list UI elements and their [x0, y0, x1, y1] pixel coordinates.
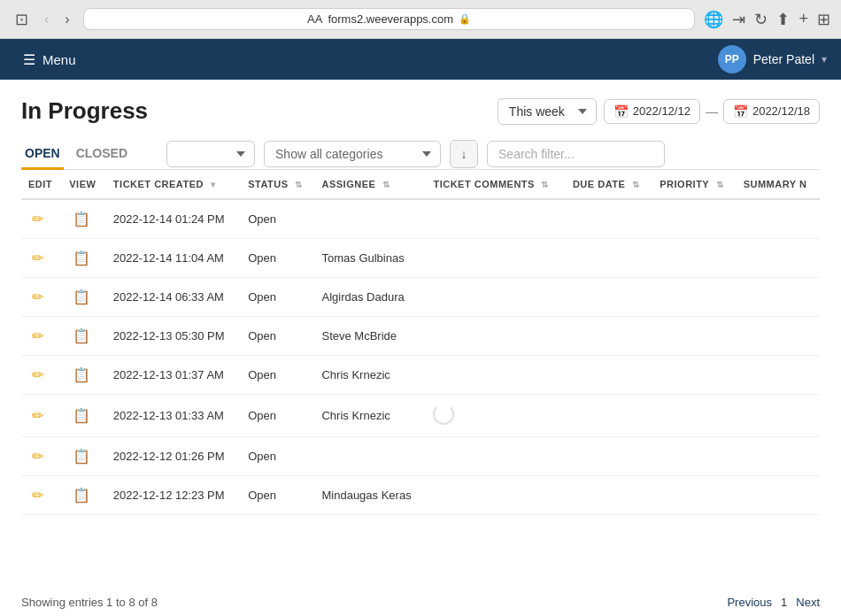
status-cell: Open — [241, 476, 314, 515]
date-range-separator: — — [706, 104, 718, 119]
priority-cell — [652, 278, 736, 317]
edit-button[interactable]: ✏ — [28, 326, 47, 346]
priority-cell — [652, 356, 736, 395]
view-button[interactable]: 📋 — [69, 326, 94, 346]
summary-cell — [737, 278, 820, 317]
search-input[interactable] — [487, 141, 665, 167]
category-filter-dropdown[interactable]: Show all categories — [264, 141, 441, 167]
loading-spinner — [433, 404, 454, 425]
ticket-created-cell: 2022-12-12 12:23 PM — [106, 476, 241, 515]
priority-cell — [652, 395, 736, 437]
assignee-cell: Mindaugas Keras — [314, 476, 426, 515]
grid-icon[interactable]: ⊞ — [817, 10, 830, 29]
date-filter-dropdown[interactable]: This week Last week This month Last mont… — [498, 98, 597, 125]
user-chevron-icon[interactable]: ▾ — [822, 53, 827, 65]
calendar-from-icon: 📅 — [613, 104, 629, 119]
edit-button[interactable]: ✏ — [28, 485, 47, 505]
sidebar-toggle-button[interactable]: ⊡ — [11, 8, 33, 31]
view-button[interactable]: 📋 — [69, 485, 94, 505]
view-button[interactable]: 📋 — [69, 365, 94, 385]
ticket-created-cell: 2022-12-14 11:04 AM — [106, 239, 241, 278]
ticket-comments-cell — [426, 199, 565, 239]
summary-cell — [737, 239, 820, 278]
col-status[interactable]: STATUS ⇅ — [241, 170, 314, 199]
menu-button[interactable]: ☰ Menu — [14, 46, 85, 73]
reload-icon[interactable]: ↻ — [754, 10, 768, 29]
col-edit: EDIT — [21, 170, 62, 199]
col-ticket-created[interactable]: TICKET CREATED ▾ — [106, 170, 241, 199]
priority-cell — [652, 317, 736, 356]
menu-label: Menu — [42, 52, 76, 67]
previous-page-button[interactable]: Previous — [727, 596, 772, 609]
view-button[interactable]: 📋 — [69, 405, 94, 426]
sort-direction-button[interactable]: ↓ — [450, 140, 478, 168]
col-due-date[interactable]: DUE DATE ⇅ — [566, 170, 652, 199]
edit-button[interactable]: ✏ — [28, 365, 47, 385]
font-size-label: AA — [307, 12, 322, 26]
date-to-pill[interactable]: 📅 2022/12/18 — [723, 99, 820, 124]
summary-cell — [737, 356, 820, 395]
table-row: ✏📋2022-12-13 01:37 AMOpenChris Krnezic — [21, 356, 820, 395]
col-assignee[interactable]: ASSIGNEE ⇅ — [314, 170, 426, 199]
upload-icon[interactable]: ⬆ — [776, 10, 790, 29]
assignee-cell: Algirdas Dadura — [314, 278, 426, 317]
date-to-value: 2022/12/18 — [752, 104, 810, 118]
ticket-created-cell: 2022-12-13 01:37 AM — [106, 356, 241, 395]
due-date-cell — [566, 356, 652, 395]
edit-button[interactable]: ✏ — [28, 446, 47, 466]
top-nav: ☰ Menu PP Peter Patel ▾ — [0, 39, 841, 80]
avatar: PP — [718, 45, 746, 73]
ticket-created-cell: 2022-12-13 01:33 AM — [106, 395, 241, 437]
edit-button[interactable]: ✏ — [28, 209, 47, 229]
tickets-table: EDIT VIEW TICKET CREATED ▾ STATUS ⇅ ASSI… — [21, 170, 820, 515]
priority-cell — [652, 239, 736, 278]
current-page-number: 1 — [781, 596, 787, 609]
ticket-comments-cell — [426, 317, 565, 356]
user-section: PP Peter Patel ▾ — [718, 45, 827, 73]
tab-closed[interactable]: CLOSED — [73, 139, 131, 170]
ticket-created-cell: 2022-12-14 06:33 AM — [106, 278, 241, 317]
address-bar[interactable]: AA forms2.weeverapps.com 🔒 — [83, 8, 696, 30]
page-header: In Progress This week Last week This mon… — [21, 97, 820, 125]
status-filter-dropdown[interactable] — [166, 141, 255, 167]
col-priority[interactable]: PRIORITY ⇅ — [652, 170, 736, 199]
date-from-pill[interactable]: 📅 2022/12/12 — [604, 99, 700, 124]
status-cell: Open — [241, 356, 314, 395]
status-cell: Open — [241, 278, 314, 317]
tab-open[interactable]: OPEN — [21, 139, 64, 170]
assignee-cell: Chris Krnezic — [314, 395, 426, 437]
browser-chrome: ⊡ ‹ › AA forms2.weeverapps.com 🔒 🌐 ⇥ ↻ ⬆… — [0, 0, 841, 39]
priority-cell — [652, 437, 736, 476]
sort-down-icon: ↓ — [461, 147, 467, 161]
edit-button[interactable]: ✏ — [28, 405, 47, 426]
back-button[interactable]: ‹ — [40, 10, 53, 29]
edit-button[interactable]: ✏ — [28, 287, 47, 307]
summary-cell — [737, 317, 820, 356]
col-ticket-comments[interactable]: TICKET COMMENTS ⇅ — [426, 170, 565, 199]
col-summary: SUMMARY N — [737, 170, 820, 199]
next-page-button[interactable]: Next — [796, 596, 820, 609]
assignee-cell: Tomas Gulbinas — [314, 239, 426, 278]
ticket-comments-cell — [426, 278, 565, 317]
status-cell: Open — [241, 437, 314, 476]
ticket-comments-cell — [426, 356, 565, 395]
table-row: ✏📋2022-12-13 05:30 PMOpenSteve McBride — [21, 317, 820, 356]
lock-icon: 🔒 — [459, 13, 471, 25]
table-row: ✏📋2022-12-12 12:23 PMOpenMindaugas Keras — [21, 476, 820, 515]
due-date-cell — [566, 239, 652, 278]
hamburger-icon: ☰ — [23, 51, 35, 68]
assignee-cell: Steve McBride — [314, 317, 426, 356]
status-cell: Open — [241, 317, 314, 356]
forward-button[interactable]: › — [60, 10, 73, 29]
view-button[interactable]: 📋 — [69, 248, 94, 268]
edit-button[interactable]: ✏ — [28, 248, 47, 268]
view-button[interactable]: 📋 — [69, 446, 94, 466]
filter-row: OPEN CLOSED Show all categories ↓ — [21, 139, 820, 170]
col-view: VIEW — [62, 170, 106, 199]
table-row: ✏📋2022-12-12 01:26 PMOpen — [21, 437, 820, 476]
view-button[interactable]: 📋 — [69, 209, 94, 229]
browser-controls: ⊡ ‹ › — [11, 8, 74, 31]
view-button[interactable]: 📋 — [69, 287, 94, 307]
new-tab-icon[interactable]: + — [799, 10, 808, 28]
ticket-comments-cell — [426, 395, 565, 437]
